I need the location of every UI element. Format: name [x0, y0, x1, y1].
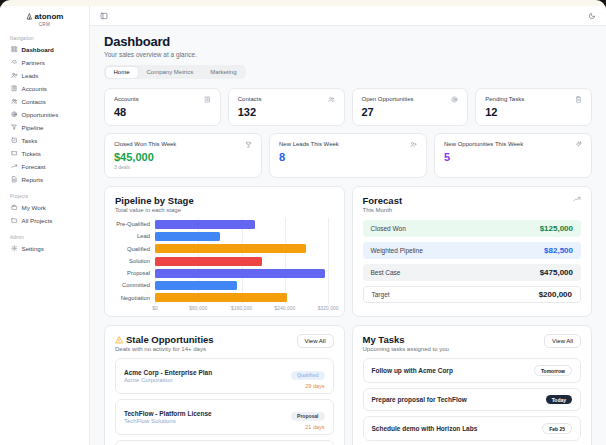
stat-card-accounts: Accounts 48	[104, 88, 221, 126]
forecast-label: Weighted Pipeline	[371, 247, 423, 254]
sidebar-item-leads[interactable]: Leads	[8, 70, 81, 81]
task-row[interactable]: Schedule demo with Horizon Labs Feb 25	[363, 416, 582, 441]
stat-value: 48	[114, 106, 211, 118]
forecast-label: Best Case	[371, 269, 401, 276]
stat-value: 27	[362, 106, 459, 118]
chart-axis-tick: $80,000	[189, 305, 207, 311]
sidebar-item-settings[interactable]: Settings	[8, 243, 81, 254]
forecast-value: $125,000	[540, 224, 573, 233]
briefcase-icon	[11, 204, 18, 211]
pipeline-bar-chart: Pre-Qualified Lead Qualified Solution Pr…	[115, 218, 334, 304]
sidebar-item-opportunities[interactable]: Opportunities	[8, 109, 81, 120]
opportunity-name: TechFlow - Platform License	[124, 410, 212, 417]
sidebar-item-dashboard[interactable]: Dashboard	[8, 44, 81, 55]
users-icon	[11, 98, 18, 105]
chart-category-label: Pre-Qualified	[115, 218, 155, 230]
brand-tag: CRM	[8, 22, 81, 27]
forecast-value: $200,000	[539, 290, 572, 299]
user-plus-icon	[410, 141, 417, 148]
sidebar-item-reports[interactable]: Reports	[8, 174, 81, 185]
chart-axis-tick: $0	[152, 305, 158, 311]
task-name: Schedule demo with Horizon Labs	[372, 425, 478, 432]
nav-section-label: Navigation	[10, 36, 81, 41]
sidebar-item-label: Settings	[22, 245, 44, 252]
tab-marketing[interactable]: Marketing	[202, 67, 244, 78]
forecast-title: Forecast	[363, 195, 403, 206]
forecast-row-weighted-pipeline: Weighted Pipeline $82,500	[363, 242, 582, 259]
due-badge: Feb 25	[542, 423, 572, 434]
forecast-value: $475,000	[540, 268, 573, 277]
file-text-icon	[11, 176, 18, 183]
ticket-icon	[11, 150, 18, 157]
chart-category-label: Solution	[115, 255, 155, 267]
building-icon	[204, 96, 211, 103]
stat-label: Pending Tasks	[485, 96, 524, 102]
handshake-icon	[11, 59, 18, 66]
chart-axis-tick: $160,000	[231, 305, 252, 311]
my-tasks-card: My Tasks Upcoming tasks assigned to you …	[352, 325, 593, 445]
sidebar-item-partners[interactable]: Partners	[8, 57, 81, 68]
chart-bar	[155, 269, 325, 278]
trending-up-icon	[573, 195, 581, 203]
stat-label: Contacts	[238, 96, 262, 102]
view-all-button[interactable]: View All	[297, 334, 334, 348]
nav-section-label: Projects	[10, 194, 81, 199]
forecast-label: Target	[372, 291, 390, 298]
stale-opportunity-row[interactable]: Acme Corp - Enterprise Plan Acme Corpora…	[115, 358, 334, 394]
nav-section-label: Admin	[10, 235, 81, 240]
tab-company-metrics[interactable]: Company Metrics	[139, 67, 202, 78]
forecast-card: Forecast This Month Closed Won $125,000	[352, 186, 593, 317]
funnel-icon	[11, 124, 18, 131]
sidebar-item-tickets[interactable]: Tickets	[8, 148, 81, 159]
moon-icon[interactable]	[588, 12, 596, 20]
stage-badge: Qualified	[291, 371, 324, 380]
logo-icon	[26, 13, 33, 20]
stat-label: New Leads This Week	[279, 141, 339, 147]
folder-icon	[11, 217, 18, 224]
stat-card-closed-won-week: Closed Won This Week $45,000 3 deals	[104, 133, 262, 178]
sidebar-item-label: Opportunities	[22, 111, 59, 118]
stale-opportunity-row[interactable]: Pinnacle - Annual Subscription Pinnacle …	[115, 440, 334, 445]
chart-bar	[155, 293, 287, 302]
sidebar-item-my-work[interactable]: My Work	[8, 202, 81, 213]
stat-card-pending-tasks: Pending Tasks 12	[475, 88, 592, 126]
sidebar-item-label: Reports	[22, 176, 44, 183]
sidebar-item-tasks[interactable]: Tasks	[8, 135, 81, 146]
forecast-row-best-case: Best Case $475,000	[363, 264, 582, 281]
target-icon	[451, 96, 458, 103]
topbar	[90, 6, 606, 26]
page-subtitle: Your sales overview at a glance.	[104, 51, 592, 58]
forecast-row-target: Target $200,000	[363, 286, 582, 303]
task-name: Prepare proposal for TechFlow	[372, 396, 467, 403]
sidebar-item-label: Pipeline	[22, 124, 44, 131]
trophy-icon	[245, 141, 252, 148]
chart-category-label: Negotiation	[115, 292, 155, 304]
opportunity-company: TechFlow Solutions	[124, 418, 212, 424]
chart-bar	[155, 220, 255, 229]
dashboard-content: Dashboard Your sales overview at a glanc…	[90, 26, 606, 445]
sidebar-item-accounts[interactable]: Accounts	[8, 83, 81, 94]
chart-title: Pipeline by Stage	[115, 195, 334, 206]
panel-left-icon[interactable]	[100, 12, 108, 20]
forecast-row-closed-won: Closed Won $125,000	[363, 220, 582, 237]
stat-card-new-opportunities-week: New Opportunities This Week 5	[434, 133, 592, 178]
sidebar-item-forecast[interactable]: Forecast	[8, 161, 81, 172]
sidebar: atonom CRM Navigation Dashboard Partners…	[0, 6, 90, 445]
forecast-subtitle: This Month	[363, 207, 403, 213]
grid-icon	[11, 46, 18, 53]
task-row[interactable]: Prepare proposal for TechFlow Today	[363, 388, 582, 411]
chart-category-label: Qualified	[115, 243, 155, 255]
tab-home[interactable]: Home	[106, 67, 138, 78]
stat-card-open-opportunities: Open Opportunities 27	[352, 88, 469, 126]
view-all-button[interactable]: View All	[544, 334, 581, 348]
sparkles-icon	[575, 141, 582, 148]
sidebar-item-all-projects[interactable]: All Projects	[8, 215, 81, 226]
sidebar-item-contacts[interactable]: Contacts	[8, 96, 81, 107]
task-name: Follow up with Acme Corp	[372, 367, 453, 374]
task-row[interactable]: Follow up with Acme Corp Tomorrow	[363, 358, 582, 383]
sidebar-item-pipeline[interactable]: Pipeline	[8, 122, 81, 133]
stat-card-contacts: Contacts 132	[228, 88, 345, 126]
stat-value: 8	[279, 151, 417, 163]
stale-opportunity-row[interactable]: TechFlow - Platform License TechFlow Sol…	[115, 399, 334, 435]
stat-label: Accounts	[114, 96, 139, 102]
